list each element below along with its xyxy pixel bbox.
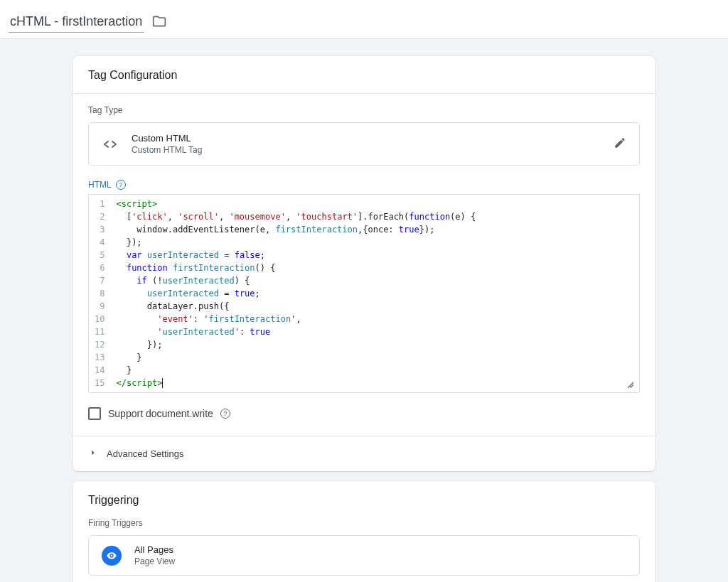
- resize-handle-icon[interactable]: [625, 379, 636, 391]
- tag-name-input[interactable]: cHTML - firstInteraction: [9, 11, 144, 33]
- code-icon: [102, 136, 119, 153]
- support-document-write-checkbox[interactable]: [88, 407, 101, 420]
- edit-icon[interactable]: [614, 136, 626, 151]
- tag-configuration-panel: Tag Configuration Tag Type Custom HTML C…: [73, 56, 655, 471]
- trigger-name: All Pages: [134, 544, 175, 555]
- firing-trigger-card[interactable]: All Pages Page View: [88, 535, 640, 576]
- pageview-icon: [102, 546, 122, 566]
- page-header: cHTML - firstInteraction: [0, 0, 728, 39]
- tag-configuration-title: Tag Configuration: [73, 56, 655, 94]
- chevron-right-icon: [88, 448, 98, 460]
- content-area: Tag Configuration Tag Type Custom HTML C…: [0, 39, 728, 582]
- support-document-write-row[interactable]: Support document.write ?: [88, 407, 640, 423]
- triggering-panel: Triggering Firing Triggers All Pages Pag…: [73, 481, 655, 582]
- tag-type-subtitle: Custom HTML Tag: [132, 145, 601, 155]
- trigger-type: Page View: [134, 556, 175, 566]
- html-field-label: HTML: [88, 180, 112, 190]
- advanced-settings-toggle[interactable]: Advanced Settings: [73, 436, 655, 471]
- tag-type-name: Custom HTML: [132, 133, 601, 144]
- tag-type-label: Tag Type: [88, 105, 640, 115]
- code-lines[interactable]: <script> ['click', 'scroll', 'mousemove'…: [110, 195, 639, 392]
- line-gutter: 123456789101112131415: [89, 195, 110, 392]
- svg-point-0: [111, 554, 113, 556]
- tag-type-card[interactable]: Custom HTML Custom HTML Tag: [88, 122, 640, 166]
- help-icon[interactable]: ?: [116, 180, 126, 190]
- html-code-editor[interactable]: 123456789101112131415 <script> ['click',…: [88, 194, 640, 393]
- folder-icon[interactable]: [152, 14, 166, 31]
- advanced-settings-label: Advanced Settings: [107, 448, 183, 459]
- support-document-write-label: Support document.write: [108, 408, 213, 419]
- help-icon[interactable]: ?: [220, 409, 230, 419]
- firing-triggers-label: Firing Triggers: [88, 518, 640, 528]
- triggering-title: Triggering: [73, 481, 655, 518]
